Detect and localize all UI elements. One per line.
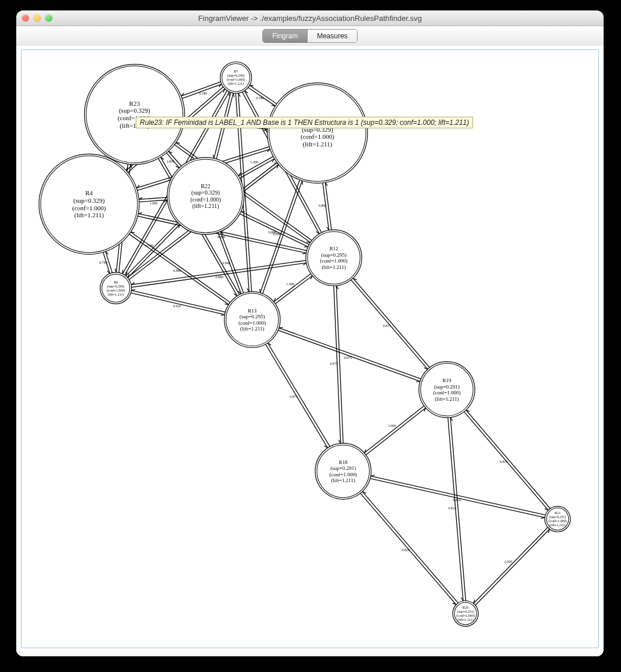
node-r5[interactable]: R5(sup=0.329)(conf=1.000)(lift=1.211) [268, 83, 368, 184]
edge-weight: 0.880 [215, 275, 223, 279]
titlebar[interactable]: FingramViewer -> ./examples/fuzzyAssocia… [16, 10, 604, 26]
svg-line-52 [132, 289, 136, 290]
edge [268, 343, 330, 446]
edge-weight: 0.896 [173, 269, 181, 272]
node-label: (lift=1.211) [74, 211, 104, 219]
node-r23[interactable]: R23(sup=0.329)(conf=1.000)(lift=1.211) [84, 64, 185, 165]
edge [279, 328, 421, 379]
edge-weight: 1.000 [250, 160, 258, 164]
edge-weight: 0.824 [402, 548, 410, 552]
edge [366, 408, 425, 455]
edge-weight: 0.975 [290, 395, 298, 398]
edge-weight: 0.824 [448, 506, 456, 510]
svg-line-35 [260, 289, 261, 293]
node-r20[interactable]: R20(sup=0.251)(conf=1.000)(lift=1.211) [453, 601, 478, 626]
edge [139, 197, 167, 199]
node-label: (lift=1.211) [108, 293, 124, 297]
svg-line-40 [138, 213, 142, 214]
edge-weight: 0.824 [500, 460, 508, 463]
edge-weight: 0.789 [256, 96, 264, 100]
edge [275, 276, 312, 304]
node-label: (lift=1.211) [240, 326, 265, 332]
edge [168, 152, 181, 167]
node-r22[interactable]: R22(sup=0.329)(conf=1.000)(lift=1.211) [167, 157, 244, 235]
node-label: R7 [234, 70, 238, 73]
edge [274, 274, 311, 301]
svg-line-71 [541, 518, 545, 519]
edge [241, 211, 309, 245]
node-label: R6 [114, 281, 118, 284]
svg-line-15 [272, 105, 276, 106]
tab-fingram[interactable]: Fingram [263, 30, 307, 42]
content-area: 0.7891.0001.0001.0000.7890.8960.8960.789… [16, 46, 604, 656]
edge-weight: 0.789 [199, 92, 207, 95]
node-label: (lift=1.211) [435, 396, 459, 402]
node-label: R18 [339, 459, 348, 465]
close-icon[interactable] [22, 15, 29, 21]
tab-measures[interactable]: Measures [307, 30, 357, 42]
node-label: (sup=0.329) [119, 107, 150, 114]
graph-svg[interactable]: 0.7891.0001.0001.0000.7890.8960.8960.789… [21, 50, 598, 648]
node-label: R22 [201, 183, 211, 189]
svg-line-18 [233, 93, 234, 97]
edge-weight: 0.896 [222, 261, 230, 265]
node-label: (conf=1.000) [301, 133, 334, 141]
edge [362, 491, 458, 603]
node-label: (conf=1.000) [190, 196, 221, 203]
node-r21[interactable]: R21(sup=0.251)(conf=1.000)(lift=1.211) [545, 506, 571, 532]
svg-line-53 [221, 315, 225, 316]
svg-line-70 [371, 475, 375, 476]
svg-line-9 [115, 269, 116, 272]
node-label: (lift=1.211) [457, 618, 474, 622]
node-label: (lift=1.211) [303, 141, 333, 148]
svg-line-14 [250, 85, 254, 86]
edge-weight: 0.896 [217, 235, 225, 239]
edge [132, 290, 226, 312]
edge-weight: 0.789 [99, 261, 107, 264]
node-label: (lift=1.211) [550, 523, 566, 527]
svg-line-34 [302, 181, 303, 185]
edge-weight: 0.975 [330, 362, 338, 365]
edge-weight: 0.824 [453, 498, 461, 502]
node-label: (conf=1.000) [72, 204, 106, 212]
node-r6[interactable]: R6(sup=0.259)(conf=1.000)(lift=1.211) [100, 272, 132, 304]
node-r12[interactable]: R12(sup=0.295)(conf=1.000)(lift=1.211) [306, 230, 362, 286]
segmented-control: Fingram Measures [262, 29, 358, 43]
edge [466, 410, 550, 509]
node-label: R19 [442, 378, 452, 383]
node-label: R12 [330, 246, 339, 251]
node-r13[interactable]: R13(sup=0.295)(conf=1.000)(lift=1.211) [224, 292, 280, 347]
node-label: (sup=0.329) [74, 197, 105, 204]
svg-line-61 [416, 382, 420, 382]
edge [475, 529, 550, 605]
edge [474, 527, 548, 603]
edge [263, 181, 302, 293]
edge-weight: 0.910 [173, 304, 181, 308]
node-label: (lift=1.211) [228, 82, 244, 86]
node-r18[interactable]: R18(sup=0.291)(conf=1.000)(lift=1.211) [315, 443, 371, 499]
minimize-icon[interactable] [34, 15, 41, 21]
edge-weight: 1.000 [286, 282, 294, 286]
node-label: (conf=1.000) [239, 320, 266, 326]
node-label: (lift=1.211) [192, 203, 219, 210]
node-label: (conf=1.000) [320, 258, 347, 264]
edge [364, 406, 424, 453]
node-label: R20 [463, 606, 468, 609]
edge [353, 278, 429, 368]
tab-bar: Fingram Measures [16, 26, 604, 46]
edge [260, 180, 299, 293]
node-r4[interactable]: R4(sup=0.329)(conf=1.000)(lift=1.211) [39, 154, 139, 254]
zoom-icon[interactable] [45, 15, 52, 21]
node-r7[interactable]: R7(sup=0.259)(conf=1.000)(lift=1.211) [220, 62, 251, 94]
window-title: FingramViewer -> ./examples/fuzzyAssocia… [16, 14, 604, 23]
edge-weight: 1.000 [388, 424, 396, 427]
edge-weight: 0.896 [319, 204, 327, 207]
edge-weight: 1.000 [150, 202, 158, 205]
edge-weight: 0.975 [383, 324, 391, 328]
node-r19[interactable]: R19(sup=0.291)(conf=1.000)(lift=1.211) [419, 362, 475, 418]
svg-line-60 [279, 328, 283, 328]
svg-line-41 [302, 253, 306, 254]
node-label: R21 [555, 511, 561, 515]
graph-viewport[interactable]: 0.7891.0001.0001.0000.7890.8960.8960.789… [21, 49, 599, 648]
edge-weight: 0.789 [146, 244, 154, 247]
